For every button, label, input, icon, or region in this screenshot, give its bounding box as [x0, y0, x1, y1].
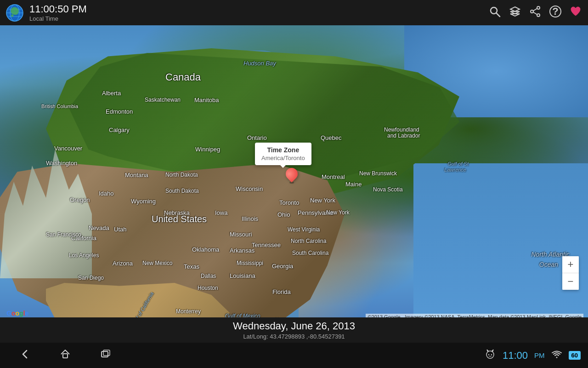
latlong-display: Lat/Long: 43.47298893 ,-80.54527391 — [243, 333, 345, 340]
svg-rect-15 — [63, 354, 68, 358]
top-icons: ? — [489, 6, 582, 20]
map-area[interactable]: Hudson Bay North Atlantic Ocean Gulf of … — [0, 25, 588, 322]
share-icon[interactable] — [529, 6, 541, 20]
svg-point-12 — [531, 10, 533, 13]
wifi-icon — [551, 350, 562, 361]
google-logo: Google — [6, 309, 28, 317]
zoom-controls: + − — [562, 256, 579, 290]
recent-apps-button[interactable] — [99, 348, 112, 363]
svg-line-6 — [497, 13, 500, 17]
clock-display: 11:00:50 PM — [29, 3, 489, 15]
date-display: Wednesday, June 26, 2013 — [233, 320, 355, 332]
favorite-icon[interactable] — [570, 6, 582, 20]
svg-point-19 — [488, 354, 489, 355]
search-icon[interactable] — [489, 6, 501, 20]
bottom-info-bar: Wednesday, June 26, 2013 Lat/Long: 43.47… — [0, 317, 588, 343]
zoom-in-button[interactable]: + — [562, 256, 579, 273]
battery-badge: 60 — [569, 351, 581, 360]
pin-head — [283, 166, 300, 183]
svg-marker-9 — [510, 14, 520, 16]
nav-clock-period: PM — [534, 351, 545, 359]
globe-icon — [5, 3, 25, 23]
layers-icon[interactable] — [509, 6, 521, 20]
time-info: 11:00:50 PM Local Time — [29, 3, 489, 22]
timezone-tooltip: Time Zone America/Toronto — [255, 143, 311, 165]
svg-rect-16 — [102, 351, 108, 357]
top-bar: 11:00:50 PM Local Time ? — [0, 0, 588, 25]
svg-point-10 — [537, 6, 540, 9]
help-icon[interactable]: ? — [549, 6, 561, 17]
local-time-label: Local Time — [29, 15, 489, 22]
tooltip-title: Time Zone — [261, 146, 305, 154]
nav-clock: 11:00 — [503, 350, 528, 362]
cat-icon — [484, 348, 496, 362]
navigation-bar: 11:00 PM 60 — [0, 343, 588, 368]
zoom-out-button[interactable]: − — [562, 273, 579, 290]
svg-point-11 — [537, 14, 540, 17]
back-button[interactable] — [18, 348, 31, 363]
svg-point-18 — [486, 351, 494, 358]
location-pin — [285, 168, 299, 186]
svg-line-13 — [533, 8, 537, 11]
home-button[interactable] — [59, 348, 72, 363]
atlantic-ocean — [413, 163, 588, 322]
svg-point-5 — [491, 7, 497, 14]
svg-point-20 — [491, 354, 492, 355]
svg-line-14 — [533, 12, 537, 14]
nav-left-icons — [18, 348, 484, 363]
svg-rect-17 — [103, 350, 110, 356]
tooltip-value: America/Toronto — [261, 155, 305, 161]
nav-right-area: 11:00 PM 60 — [484, 348, 581, 362]
svg-marker-7 — [510, 7, 520, 12]
